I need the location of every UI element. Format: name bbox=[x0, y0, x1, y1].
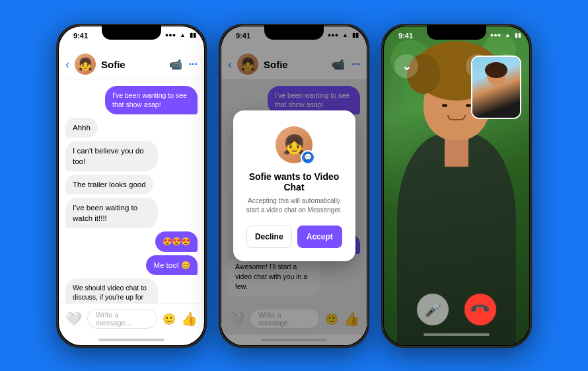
notch-1 bbox=[102, 25, 161, 40]
phone-2: 9:41 ●●● ▲ ▮▮ ‹ 👧 Sofie 📹 ··· bbox=[219, 24, 369, 348]
pip-hair bbox=[485, 62, 507, 78]
accept-button[interactable]: Accept bbox=[297, 226, 342, 248]
status-icons-1: ●●● ▲ ▮▮ bbox=[165, 32, 196, 38]
msg-3: I can't believe you do too! bbox=[65, 141, 158, 171]
notch-3 bbox=[427, 25, 486, 40]
home-indicator-1 bbox=[98, 339, 165, 341]
time-1: 9:41 bbox=[71, 32, 88, 40]
message-input-1[interactable]: Write a message... bbox=[87, 309, 157, 329]
nav-avatar-1: 👧 bbox=[75, 54, 96, 75]
video-time: 9:41 bbox=[396, 32, 413, 40]
nav-icons-1: 📹 ··· bbox=[169, 58, 198, 71]
video-status-icons: ●●● ▲ ▮▮ bbox=[490, 32, 521, 38]
messenger-badge: 💬 bbox=[301, 150, 315, 165]
phone-1: 9:41 ●●● ▲ ▮▮ ‹ 👧 Sofie 📹 ··· bbox=[56, 24, 207, 348]
heart-icon-1[interactable]: 🤍 bbox=[65, 311, 82, 327]
wifi-icon-1: ▲ bbox=[180, 32, 186, 38]
phone-2-inner: 9:41 ●●● ▲ ▮▮ ‹ 👧 Sofie 📹 ··· bbox=[221, 26, 367, 345]
input-bar-1: 🤍 Write a message... 🙂 👍 bbox=[59, 303, 204, 335]
msg-8: We should video chat to discuss, if you'… bbox=[65, 278, 158, 303]
mute-button[interactable]: 🎤 bbox=[417, 294, 449, 325]
phone-3-inner: 9:41 ●●● ▲ ▮▮ ⌄ 🔄 📹 bbox=[384, 26, 529, 345]
video-signal: ●●● bbox=[490, 32, 501, 38]
pip-person bbox=[472, 57, 520, 118]
video-bottom-controls: 🎤 📞 bbox=[384, 294, 529, 325]
chat-area-1: I've been wanting to see that show asap!… bbox=[59, 79, 204, 303]
phone-1-inner: 9:41 ●●● ▲ ▮▮ ‹ 👧 Sofie 📹 ··· bbox=[59, 26, 204, 345]
msg-1: I've been wanting to see that show asap! bbox=[105, 86, 198, 114]
emoji-icon-1[interactable]: 🙂 bbox=[163, 313, 176, 325]
video-chat-modal: 👧 💬 Sofie wants to Video Chat Accepting … bbox=[233, 110, 355, 261]
msg-4: The trailer looks good bbox=[65, 175, 153, 194]
thumb-icon-1[interactable]: 👍 bbox=[181, 311, 198, 327]
nav-name-1: Sofie bbox=[101, 59, 164, 70]
msg-7: Me too! 😊 bbox=[146, 255, 198, 275]
modal-subtitle: Accepting this will automatically start … bbox=[246, 196, 342, 215]
eye-right bbox=[466, 104, 471, 107]
decline-button[interactable]: Decline bbox=[246, 226, 293, 248]
pip-window[interactable] bbox=[471, 56, 521, 119]
msg-5: I've been waiting to watch it!!!! bbox=[65, 198, 158, 228]
end-call-button[interactable]: 📞 bbox=[458, 287, 503, 332]
battery-icon-1: ▮▮ bbox=[190, 32, 196, 38]
back-button-1[interactable]: ‹ bbox=[65, 58, 69, 71]
phones-container: 9:41 ●●● ▲ ▮▮ ‹ 👧 Sofie 📹 ··· bbox=[56, 24, 532, 348]
msg-6: 😍😍😍 bbox=[155, 231, 198, 251]
phone-3: 9:41 ●●● ▲ ▮▮ ⌄ 🔄 📹 bbox=[381, 24, 532, 348]
msg-2: Ahhh bbox=[65, 118, 98, 138]
modal-avatar-wrap: 👧 💬 bbox=[276, 126, 312, 163]
video-wifi: ▲ bbox=[505, 32, 511, 38]
home-indicator-3 bbox=[423, 333, 490, 336]
signal-1: ●●● bbox=[165, 32, 176, 38]
modal-title: Sofie wants to Video Chat bbox=[246, 171, 342, 192]
video-call-icon-1[interactable]: 📹 bbox=[169, 58, 182, 71]
nav-bar-1: ‹ 👧 Sofie 📹 ··· bbox=[59, 50, 204, 79]
modal-overlay: 👧 💬 Sofie wants to Video Chat Accepting … bbox=[221, 26, 367, 345]
chevron-down-button[interactable]: ⌄ bbox=[394, 54, 418, 78]
modal-buttons: Decline Accept bbox=[246, 226, 342, 248]
eye-left bbox=[442, 104, 447, 107]
more-options-1[interactable]: ··· bbox=[189, 58, 198, 70]
mouth bbox=[447, 115, 466, 120]
video-battery: ▮▮ bbox=[515, 32, 521, 38]
